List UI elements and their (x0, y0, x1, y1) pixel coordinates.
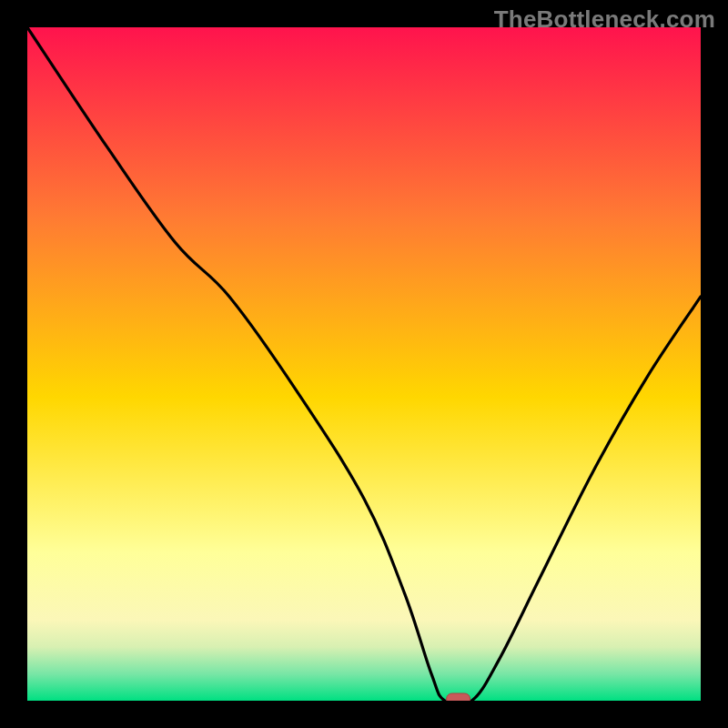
chart-svg (27, 27, 701, 701)
optimal-marker (447, 693, 470, 701)
gradient-background (27, 27, 701, 701)
chart-frame: TheBottleneck.com (0, 0, 728, 728)
watermark-text: TheBottleneck.com (494, 5, 715, 34)
plot-area (27, 27, 701, 701)
